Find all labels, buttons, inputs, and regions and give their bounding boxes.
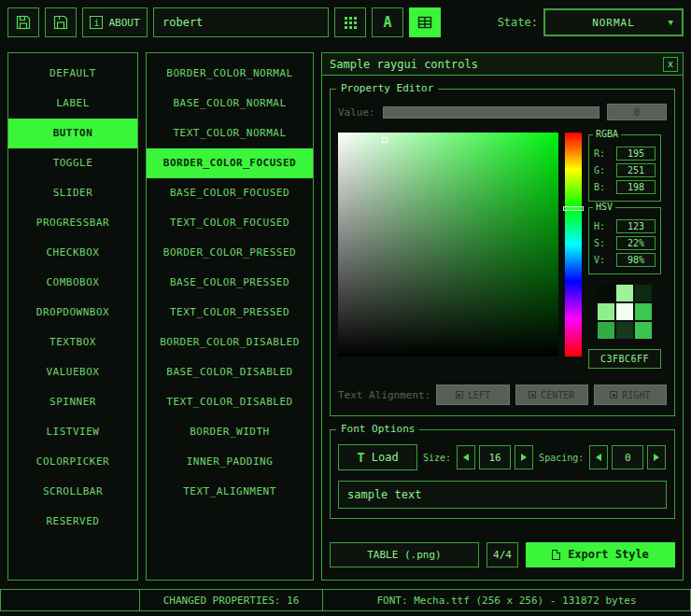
export-style-button[interactable]: Export Style (526, 542, 675, 567)
size-increase-button[interactable] (515, 445, 533, 469)
color-swatch[interactable] (597, 321, 615, 340)
style-name-input[interactable] (153, 7, 329, 37)
control-item-label[interactable]: LABEL (8, 89, 137, 119)
size-value-box[interactable]: 16 (479, 445, 511, 469)
property-item-border-color-normal[interactable]: BORDER_COLOR_NORMAL (147, 59, 313, 89)
rgba-group: RGBA R: 195 G: 251 B: 198 (588, 134, 661, 202)
controls-list: DEFAULTLABELBUTTONTOGGLESLIDERPROGRESSBA… (7, 52, 138, 581)
property-item-base-color-focused[interactable]: BASE_COLOR_FOCUSED (147, 178, 313, 208)
saturation-value-box[interactable]: 22% (616, 236, 656, 250)
control-item-textbox[interactable]: TEXTBOX (8, 328, 137, 357)
color-swatch[interactable] (634, 321, 653, 340)
style-grid-view-button[interactable] (334, 7, 366, 37)
property-item-border-color-pressed[interactable]: BORDER_COLOR_PRESSED (147, 238, 313, 268)
control-item-slider[interactable]: SLIDER (8, 178, 137, 208)
state-dropdown-value: NORMAL (592, 17, 635, 29)
property-editor-title: Property Editor (336, 82, 438, 94)
color-swatch[interactable] (615, 302, 634, 321)
load-file-button[interactable] (7, 7, 39, 37)
hsv-row: V: 98% (594, 253, 656, 267)
window-titlebar[interactable]: Sample raygui controls x (322, 53, 683, 76)
red-value-box[interactable]: 195 (616, 147, 656, 161)
spacing-increase-button[interactable] (647, 445, 666, 469)
property-item-text-color-normal[interactable]: TEXT_COLOR_NORMAL (147, 119, 313, 148)
window-title: Sample raygui controls (330, 58, 478, 71)
property-item-border-width[interactable]: BORDER_WIDTH (147, 417, 313, 447)
size-decrease-button[interactable] (457, 445, 475, 469)
control-item-reserved[interactable]: RESERVED (8, 507, 137, 537)
style-table-view-button[interactable] (409, 7, 441, 37)
font-atlas-button[interactable]: A (372, 7, 403, 37)
state-dropdown[interactable]: NORMAL ▼ (543, 8, 684, 36)
property-item-base-color-disabled[interactable]: BASE_COLOR_DISABLED (147, 357, 313, 387)
property-item-text-color-focused[interactable]: TEXT_COLOR_FOCUSED (147, 208, 313, 238)
red-label: R: (594, 148, 605, 159)
value-slider[interactable] (383, 106, 599, 119)
spacing-label: Spacing: (537, 453, 585, 463)
text-alignment-label: Text Alignment: (338, 389, 430, 401)
color-swatch[interactable] (634, 302, 653, 321)
color-values-column: RGBA R: 195 G: 251 B: 198 (588, 133, 661, 369)
table-icon (417, 15, 432, 30)
control-item-progressbar[interactable]: PROGRESSBAR (8, 208, 137, 238)
property-item-border-color-focused[interactable]: BORDER_COLOR_FOCUSED (147, 148, 313, 178)
color-saturation-value-panel[interactable] (338, 133, 558, 357)
blue-label: B: (594, 182, 605, 192)
blue-value-box[interactable]: 198 (616, 180, 656, 194)
control-item-combobox[interactable]: COMBOBOX (8, 268, 137, 298)
property-item-inner-padding[interactable]: INNER_PADDING (147, 447, 313, 477)
color-swatch[interactable] (597, 284, 615, 302)
sample-controls-window: Sample raygui controls x Property Editor… (321, 52, 684, 581)
state-label: State: (498, 16, 538, 29)
hue-value-box[interactable]: 123 (616, 219, 656, 233)
property-item-border-color-disabled[interactable]: BORDER_COLOR_DISABLED (147, 328, 313, 357)
font-options-group: Font Options T Load Size: 16 Spacing: 0 (330, 429, 675, 519)
spacing-value-box[interactable]: 0 (612, 445, 643, 469)
control-item-button[interactable]: BUTTON (8, 119, 137, 148)
hex-color-input[interactable]: C3FBC6FF (588, 349, 661, 369)
align-left-button[interactable]: LEFT (436, 385, 509, 405)
control-item-checkbox[interactable]: CHECKBOX (8, 238, 137, 268)
control-item-listview[interactable]: LISTVIEW (8, 417, 137, 447)
control-item-toggle[interactable]: TOGGLE (8, 148, 137, 178)
control-item-colorpicker[interactable]: COLORPICKER (8, 447, 137, 477)
close-icon[interactable]: x (663, 57, 678, 72)
property-item-text-color-disabled[interactable]: TEXT_COLOR_DISABLED (147, 387, 313, 417)
font-options-title: Font Options (336, 423, 419, 435)
spacing-decrease-button[interactable] (589, 445, 608, 469)
value-row: Value: 0 (338, 103, 667, 121)
control-item-default[interactable]: DEFAULT (8, 59, 137, 89)
control-item-dropdownbox[interactable]: DROPDOWNBOX (8, 298, 137, 328)
color-swatch-grid (597, 284, 653, 340)
grid-icon (344, 16, 358, 30)
hsv-row: H: 123 (594, 219, 656, 233)
control-item-spinner[interactable]: SPINNER (8, 387, 137, 417)
font-load-button[interactable]: T Load (338, 444, 417, 470)
align-center-label: CENTER (541, 390, 574, 400)
color-swatch[interactable] (615, 284, 634, 302)
property-item-base-color-pressed[interactable]: BASE_COLOR_PRESSED (147, 268, 313, 298)
font-load-label: Load (372, 451, 399, 464)
control-item-valuebox[interactable]: VALUEBOX (8, 357, 137, 387)
hue-slider-cursor (563, 206, 584, 211)
rgba-title: RGBA (593, 129, 621, 139)
align-center-button[interactable]: CENTER (515, 385, 588, 405)
value-display-box[interactable]: 0 (607, 104, 667, 120)
sample-text-input[interactable] (338, 481, 667, 509)
color-swatch[interactable] (615, 321, 634, 340)
page-indicator-box[interactable]: 4/4 (487, 542, 518, 567)
property-item-text-alignment[interactable]: TEXT_ALIGNMENT (147, 477, 313, 507)
align-right-button[interactable]: RIGHT (594, 385, 667, 405)
save-file-button[interactable] (45, 7, 77, 37)
hue-slider[interactable] (565, 133, 582, 357)
control-item-scrollbar[interactable]: SCROLLBAR (8, 477, 137, 507)
value-hsv-value-box[interactable]: 98% (616, 253, 656, 267)
color-swatch[interactable] (597, 302, 615, 321)
green-value-box[interactable]: 251 (616, 163, 656, 177)
property-item-base-color-normal[interactable]: BASE_COLOR_NORMAL (147, 89, 313, 119)
color-swatch[interactable] (634, 284, 653, 302)
export-format-dropdown[interactable]: TABLE (.png) (330, 542, 479, 567)
export-icon (552, 550, 560, 560)
about-button[interactable]: i ABOUT (82, 7, 148, 37)
property-item-text-color-pressed[interactable]: TEXT_COLOR_PRESSED (147, 298, 313, 328)
